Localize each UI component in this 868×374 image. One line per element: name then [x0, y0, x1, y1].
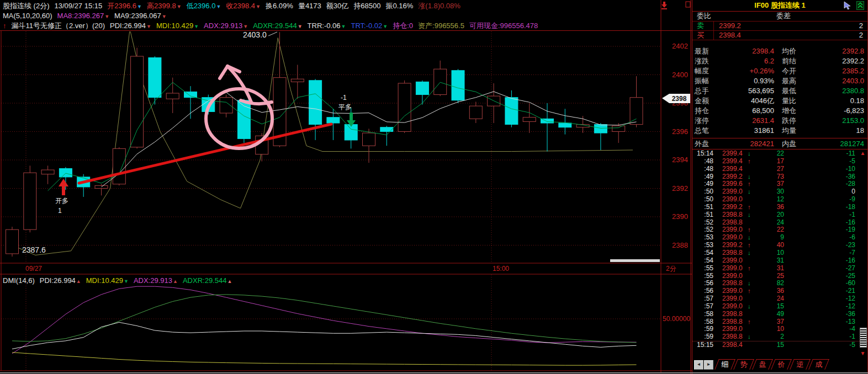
tab-势[interactable]: 势: [734, 359, 753, 370]
scroll-up-icon[interactable]: ▲: [859, 150, 866, 156]
tab-成[interactable]: 成: [809, 359, 828, 370]
tick-price: 2399.4: [722, 150, 748, 158]
tab-next-button[interactable]: ►: [704, 360, 713, 370]
window-icon[interactable]: [686, 2, 690, 7]
ask-row[interactable]: 卖 2399.2 2: [692, 21, 867, 30]
tick-row[interactable]: :562398.8↓82-60: [692, 280, 867, 287]
cursor-icon[interactable]: [843, 1, 852, 10]
tick-row[interactable]: :532399.2↑40-23: [692, 242, 867, 249]
tick-row[interactable]: :512398.8↓20-1: [692, 211, 867, 219]
tick-row[interactable]: :542399.031-16: [692, 257, 867, 265]
stat-value: +0.26%: [723, 66, 774, 76]
tick-row[interactable]: :572399.024-12: [692, 295, 867, 303]
stat-label: 总手: [692, 86, 723, 96]
tick-time: :49: [692, 180, 713, 188]
tick-time: :55: [692, 273, 713, 280]
tab-价[interactable]: 价: [772, 359, 791, 370]
open-long-label: 开多: [55, 197, 68, 205]
quote-title-bar: IF00 股指连续 1: [692, 0, 867, 12]
price-pane: 2403.02387.6开多1-1平多: [1, 29, 660, 263]
tick-volume: 82: [755, 280, 784, 287]
close-long-label: -1: [341, 94, 347, 101]
tick-delta: -25: [784, 273, 867, 280]
tick-delta: -60: [784, 280, 867, 287]
tick-time: :49: [692, 173, 713, 181]
stat-label: 金额: [692, 96, 723, 106]
tick-direction-icon: ↑: [748, 242, 755, 249]
tick-row[interactable]: :512399.2↑36-18: [692, 204, 867, 211]
trend-arrow-icon: ▼: [146, 24, 151, 29]
header-segment: ADXR:29.544▲: [183, 276, 232, 285]
stats-row: 幅度+0.26%今开2385.2: [692, 66, 867, 76]
tick-row[interactable]: :542398.8↓10-7: [692, 249, 867, 257]
tick-volume: 27: [755, 165, 784, 173]
stats-row: 涨跌6.2前结2392.2: [692, 56, 867, 66]
tick-direction-icon: ↓: [748, 303, 755, 311]
tick-row[interactable]: :582398.8↑37-13: [692, 318, 867, 326]
tick-price: 2398.8: [722, 318, 748, 326]
stat-value: 0.18: [811, 96, 867, 106]
candle-body: [327, 117, 340, 123]
tick-delta: -36: [784, 311, 867, 318]
header-segment: PDI:26.994▲: [40, 276, 81, 285]
tick-row[interactable]: :482399.4↑17-5: [692, 158, 867, 165]
tick-row[interactable]: :552399.025-25: [692, 273, 867, 280]
tick-row[interactable]: :492399.6↑37-28: [692, 180, 867, 188]
stat-value: 2403.0: [811, 76, 867, 86]
header-line-1: 股指连续 (2分)13/09/27 15:15开2396.6▼高2399.8▼低…: [3, 1, 465, 12]
close-long-arrow: [350, 113, 353, 120]
scroll-thumb[interactable]: [860, 328, 867, 348]
tab-prev-button[interactable]: ◄: [694, 360, 703, 370]
tick-row[interactable]: :552399.0↑31-27: [692, 265, 867, 273]
arrow-drawing[interactable]: [220, 66, 227, 78]
tick-row[interactable]: :562399.0↑36-21: [692, 287, 867, 295]
tick-volume: 15: [755, 303, 784, 311]
tick-time: :54: [692, 249, 713, 257]
tick-row[interactable]: :522399.0↑22-19: [692, 226, 867, 234]
tick-row[interactable]: :492399.2↓73-36: [692, 173, 867, 181]
main-chart[interactable]: 2403.02387.6开多1-1平多240224002398239623942…: [0, 0, 692, 374]
candle-body: [166, 93, 179, 99]
collapse-up-icon[interactable]: [856, 1, 864, 10]
tick-time: :51: [692, 211, 713, 219]
candle-body: [398, 83, 411, 132]
tick-volume: 37: [755, 318, 784, 326]
tick-time: :52: [692, 219, 713, 227]
tick-direction-icon: [748, 325, 755, 333]
tick-volume: 24: [755, 295, 784, 303]
tick-row[interactable]: 15:142399.4↓22-11: [692, 150, 867, 158]
tick-row[interactable]: 15:152398.415-5: [692, 341, 867, 349]
bid-row[interactable]: 买 2398.4 2: [692, 30, 867, 40]
scroll-down-icon[interactable]: ▼: [859, 350, 866, 356]
stat-label: 最低: [774, 86, 811, 96]
hscroll-thumb[interactable]: [610, 259, 660, 262]
tick-price: 2399.0: [722, 287, 748, 295]
tab-细[interactable]: 细: [716, 359, 734, 370]
tick-volume: 40: [755, 242, 784, 249]
trend-arrow-icon: ▲: [76, 279, 81, 284]
tab-盘[interactable]: 盘: [753, 359, 772, 370]
header-segment: MDI:10.429▼: [156, 22, 199, 30]
tick-row[interactable]: :502399.0↓300: [692, 188, 867, 196]
tick-price: 2399.0: [722, 257, 748, 265]
tick-row[interactable]: :482399.427-10: [692, 165, 867, 173]
dmi-header: DMI(14,6)PDI:26.994▲MDI:10.429▼ADX:29.91…: [3, 276, 237, 286]
stat-value: 2392.2: [811, 56, 867, 66]
stat-label: 最高: [774, 76, 811, 86]
tick-row[interactable]: :522398.824-16: [692, 219, 867, 227]
tick-row[interactable]: :592399.010-4: [692, 325, 867, 333]
download-arrow-icon[interactable]: [661, 2, 667, 9]
tick-row[interactable]: :592398.8↓2-1: [692, 333, 867, 341]
tick-row[interactable]: :502399.012-9: [692, 196, 867, 204]
tab-逆[interactable]: 逆: [791, 359, 809, 370]
tick-delta: -19: [784, 226, 867, 234]
tick-price: 2399.0: [722, 234, 748, 242]
instrument-title: IF00 股指连续 1: [754, 1, 805, 9]
candle-body: [113, 148, 125, 184]
tick-row[interactable]: :532399.0↓9-6: [692, 234, 867, 242]
tick-price: 2398.8: [722, 311, 748, 318]
tick-row[interactable]: :572399.0↓15-12: [692, 303, 867, 311]
tab-strip: 细势盘价逆成: [716, 359, 828, 371]
tick-direction-icon: [748, 196, 755, 204]
tick-row[interactable]: :582398.849-36: [692, 311, 867, 318]
